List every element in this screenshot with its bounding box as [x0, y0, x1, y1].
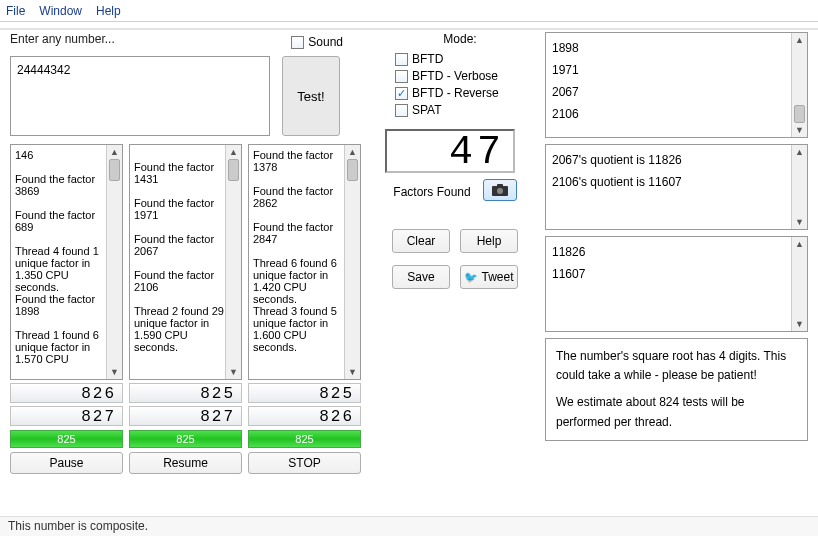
svg-point-2: [497, 188, 503, 194]
seg-a-2: 825: [248, 383, 361, 403]
menu-window[interactable]: Window: [39, 4, 82, 18]
thread-output-2[interactable]: Found the factor 1378 Found the factor 2…: [248, 144, 361, 380]
help-button[interactable]: Help: [460, 229, 518, 253]
sound-checkbox[interactable]: [291, 36, 304, 49]
thread-output-1[interactable]: Found the factor 1431 Found the factor 1…: [129, 144, 242, 380]
camera-button[interactable]: [483, 179, 517, 201]
mode-label-2: BFTD - Reverse: [412, 86, 499, 100]
resume-button[interactable]: Resume: [129, 452, 242, 474]
scrollbar[interactable]: ▲▼: [106, 145, 122, 379]
quotients-list[interactable]: 1182611607▲▼: [545, 236, 808, 332]
clear-button[interactable]: Clear: [392, 229, 450, 253]
progress-1: 825: [129, 430, 242, 448]
factors-list[interactable]: 1898197120672106▲▼: [545, 32, 808, 138]
status-bar: This number is composite.: [0, 516, 818, 536]
twitter-icon: 🐦: [464, 271, 478, 284]
progress-0: 825: [10, 430, 123, 448]
mode-label-3: SPAT: [412, 103, 442, 117]
quotient-text-item[interactable]: 2106's quotient is 11607: [552, 171, 801, 193]
menu-file[interactable]: File: [6, 4, 25, 18]
stop-button[interactable]: STOP: [248, 452, 361, 474]
scrollbar[interactable]: ▲▼: [791, 237, 807, 331]
factors-label: Factors Found: [393, 185, 470, 199]
menu-help[interactable]: Help: [96, 4, 121, 18]
seg-a-1: 825: [129, 383, 242, 403]
svg-rect-1: [497, 184, 503, 187]
info-line-2: We estimate about 824 tests will be perf…: [556, 393, 797, 431]
quotient-text-item[interactable]: 2067's quotient is 11826: [552, 149, 801, 171]
test-button[interactable]: Test!: [282, 56, 340, 136]
info-line-1: The number's square root has 4 digits. T…: [556, 347, 797, 385]
menubar: File Window Help: [0, 0, 818, 22]
number-input[interactable]: 24444342: [10, 56, 270, 136]
mode-label-0: BFTD: [412, 52, 443, 66]
mode-checkbox-3[interactable]: [395, 104, 408, 117]
mode-title: Mode:: [395, 32, 525, 46]
seg-b-2: 826: [248, 406, 361, 426]
info-panel: The number's square root has 4 digits. T…: [545, 338, 808, 441]
quotient-item[interactable]: 11826: [552, 241, 801, 263]
scrollbar[interactable]: ▲▼: [344, 145, 360, 379]
factor-item[interactable]: 2067: [552, 81, 801, 103]
quotient-item[interactable]: 11607: [552, 263, 801, 285]
mode-checkbox-2[interactable]: [395, 87, 408, 100]
scrollbar[interactable]: ▲▼: [791, 145, 807, 229]
scrollbar[interactable]: ▲▼: [791, 33, 807, 137]
factor-item[interactable]: 2106: [552, 103, 801, 125]
factor-item[interactable]: 1971: [552, 59, 801, 81]
mode-checkbox-1[interactable]: [395, 70, 408, 83]
thread-output-0[interactable]: 146 Found the factor 3869 Found the fact…: [10, 144, 123, 380]
progress-2: 825: [248, 430, 361, 448]
seg-b-1: 827: [129, 406, 242, 426]
input-label: Enter any number...: [10, 32, 115, 46]
mode-label-1: BFTD - Verbose: [412, 69, 498, 83]
factor-item[interactable]: 1898: [552, 37, 801, 59]
camera-icon: [492, 184, 508, 196]
tweet-button[interactable]: 🐦Tweet: [460, 265, 518, 289]
seg-b-0: 827: [10, 406, 123, 426]
pause-button[interactable]: Pause: [10, 452, 123, 474]
quotients-text-list[interactable]: 2067's quotient is 118262106's quotient …: [545, 144, 808, 230]
seg-a-0: 826: [10, 383, 123, 403]
scrollbar[interactable]: ▲▼: [225, 145, 241, 379]
mode-checkbox-0[interactable]: [395, 53, 408, 66]
factors-display: 47: [385, 129, 515, 173]
save-button[interactable]: Save: [392, 265, 450, 289]
sound-label: Sound: [308, 35, 343, 49]
